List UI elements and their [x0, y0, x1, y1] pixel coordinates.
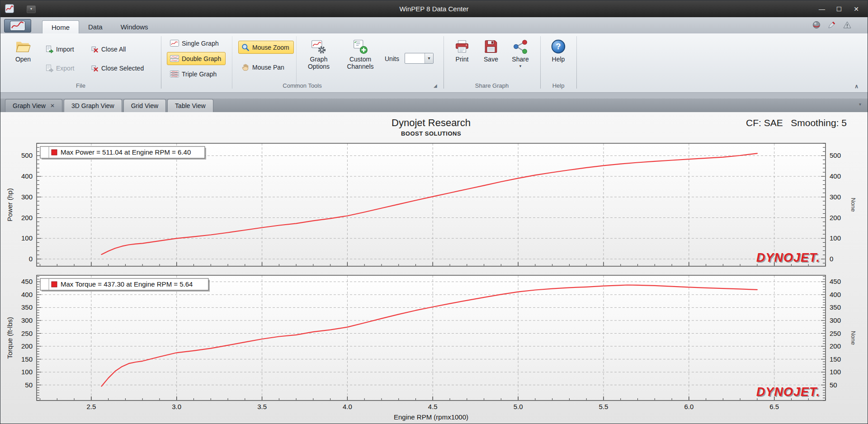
- ribbon: Open Import Export Close All: [0, 33, 868, 93]
- close-all-button[interactable]: Close All: [88, 42, 130, 56]
- double-graph-icon: [170, 55, 179, 62]
- print-label: Print: [456, 56, 469, 63]
- triple-graph-icon: [170, 71, 179, 77]
- ribbon-tab-row: Home Data Windows: [0, 17, 868, 34]
- torque-legend: Max Torque = 437.30 at Engine RPM = 5.64: [40, 278, 210, 292]
- tab-windows[interactable]: Windows: [112, 20, 157, 33]
- svg-text:100: 100: [21, 368, 33, 376]
- import-icon: [45, 45, 53, 53]
- svg-text:350: 350: [21, 303, 33, 311]
- hand-icon: [241, 63, 250, 71]
- charts-canvas[interactable]: DYNOJET.DYNOJET.Max Power = 511.04 at En…: [0, 112, 868, 424]
- import-button[interactable]: Import: [42, 42, 79, 56]
- triple-graph-label: Triple Graph: [182, 71, 217, 78]
- warning-icon[interactable]: [843, 21, 851, 29]
- graph-options-button[interactable]: Graph Options: [301, 36, 337, 80]
- help-button[interactable]: ? Help: [545, 36, 572, 80]
- tab-overflow-icon[interactable]: ▾: [859, 102, 861, 107]
- application-menu-button[interactable]: [4, 19, 31, 33]
- help-label: Help: [552, 56, 565, 63]
- import-label: Import: [56, 46, 74, 53]
- open-folder-icon: [15, 39, 31, 54]
- mouse-pan-button[interactable]: Mouse Pan: [238, 61, 289, 74]
- winpep-logo-icon: [10, 21, 25, 31]
- tab-grid-view[interactable]: Grid View: [123, 99, 166, 112]
- brush-icon[interactable]: [828, 21, 836, 29]
- single-graph-button[interactable]: Single Graph: [167, 37, 223, 50]
- close-tab-icon[interactable]: ✕: [50, 103, 55, 109]
- collapse-ribbon-button[interactable]: ∧: [854, 83, 859, 90]
- svg-text:500: 500: [830, 151, 841, 159]
- svg-text:5.0: 5.0: [514, 403, 523, 410]
- sphere-icon[interactable]: [812, 21, 821, 29]
- minimize-button[interactable]: —: [813, 3, 830, 15]
- svg-text:200: 200: [830, 342, 841, 350]
- svg-text:3.5: 3.5: [257, 403, 267, 410]
- tab-graph-view[interactable]: Graph View ✕: [5, 99, 62, 112]
- share-label: Share: [512, 56, 528, 63]
- double-graph-label: Double Graph: [182, 55, 221, 62]
- x-axis-label: Engine RPM (rpmx1000): [394, 413, 468, 421]
- close-button[interactable]: ✕: [848, 3, 865, 15]
- svg-text:6.0: 6.0: [684, 403, 693, 410]
- export-button[interactable]: Export: [42, 61, 79, 75]
- tab-3d-graph-view[interactable]: 3D Graph View: [64, 99, 122, 112]
- svg-text:400: 400: [830, 291, 841, 298]
- svg-text:Max Torque = 437.30 at Engine: Max Torque = 437.30 at Engine RPM = 5.64: [61, 280, 193, 288]
- svg-text:6.5: 6.5: [769, 403, 779, 410]
- save-button[interactable]: Save: [478, 36, 504, 80]
- mouse-pan-label: Mouse Pan: [252, 64, 284, 71]
- close-all-icon: [91, 46, 99, 53]
- torque-chart[interactable]: DYNOJET.DYNOJET.Max Torque = 437.30 at E…: [37, 275, 826, 400]
- tab-data[interactable]: Data: [79, 20, 112, 33]
- single-graph-icon: [170, 40, 179, 47]
- close-selected-icon: [91, 65, 99, 72]
- y-axis-label: Power (hp): [6, 188, 14, 221]
- svg-text:450: 450: [830, 278, 841, 285]
- custom-channels-button[interactable]: Custom Channels: [340, 36, 380, 80]
- svg-text:300: 300: [21, 193, 33, 201]
- svg-text:100: 100: [830, 234, 841, 242]
- custom-channels-icon: [353, 39, 368, 54]
- graph-view-page: Dynojet Research BOOST SOLUTIONS CF: SAE…: [0, 112, 868, 424]
- floppy-disk-icon: [483, 39, 499, 54]
- close-selected-button[interactable]: Close Selected: [88, 61, 148, 75]
- svg-text:?: ?: [556, 42, 561, 51]
- tab-table-view[interactable]: Table View: [167, 99, 213, 112]
- svg-text:300: 300: [830, 193, 841, 201]
- y-axis-label: Torque (ft-lbs): [6, 317, 14, 359]
- open-button[interactable]: Open: [9, 36, 38, 80]
- svg-text:100: 100: [830, 368, 841, 376]
- svg-text:4.5: 4.5: [428, 403, 438, 410]
- right-axis-label: None: [850, 198, 857, 212]
- units-value: [405, 53, 425, 63]
- maximize-button[interactable]: ☐: [830, 3, 848, 15]
- dropdown-arrow-icon[interactable]: ▾: [425, 53, 433, 63]
- window-title: WinPEP 8 Data Center: [0, 0, 868, 17]
- svg-text:0: 0: [29, 255, 33, 263]
- mouse-zoom-button[interactable]: Mouse Zoom: [238, 41, 294, 54]
- svg-text:150: 150: [830, 355, 841, 363]
- svg-text:500: 500: [21, 151, 33, 159]
- svg-text:300: 300: [830, 316, 841, 324]
- grid-view-label: Grid View: [131, 102, 158, 109]
- share-dropdown-arrow-icon[interactable]: ▾: [519, 64, 522, 68]
- close-all-label: Close All: [101, 46, 126, 53]
- table-view-label: Table View: [175, 102, 205, 109]
- tab-home[interactable]: Home: [42, 20, 79, 34]
- share-graph-group-label: Share Graph: [443, 82, 540, 90]
- power-chart[interactable]: DYNOJET.DYNOJET.Max Power = 511.04 at En…: [37, 143, 826, 266]
- svg-text:3.0: 3.0: [172, 403, 181, 410]
- double-graph-button[interactable]: Double Graph: [167, 52, 226, 65]
- units-dropdown[interactable]: ▾: [405, 53, 434, 64]
- svg-text:400: 400: [21, 172, 33, 180]
- share-button[interactable]: Share ▾: [507, 36, 534, 80]
- magnifier-icon: [241, 43, 250, 52]
- save-label: Save: [484, 56, 498, 63]
- print-button[interactable]: Print: [449, 36, 475, 80]
- triple-graph-button[interactable]: Triple Graph: [167, 67, 221, 80]
- help-icon: ?: [551, 39, 566, 54]
- right-axis-label: None: [850, 331, 857, 345]
- svg-text:50: 50: [830, 381, 837, 389]
- svg-text:250: 250: [21, 330, 33, 337]
